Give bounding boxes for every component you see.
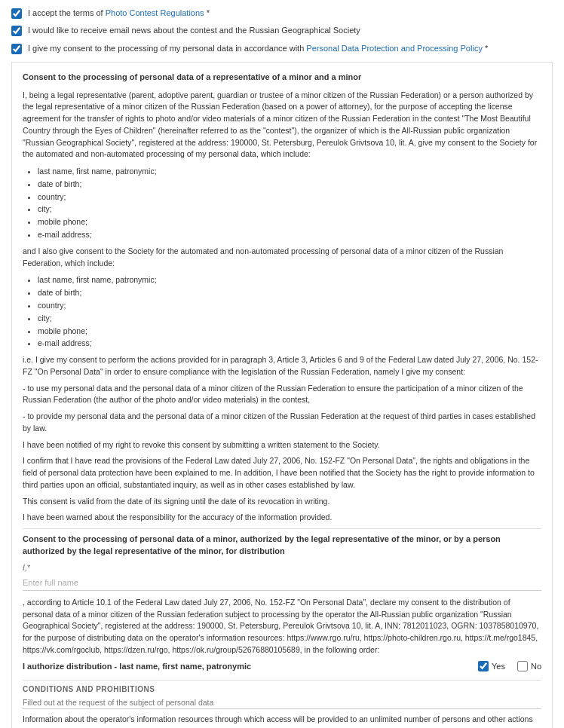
conditions-para1: Information about the operator's informa… — [23, 714, 541, 728]
list-item: date of birth; — [38, 286, 541, 299]
section2-title: Consent to the processing of personal da… — [23, 534, 541, 557]
consent-link[interactable]: Personal Data Protection and Processing … — [306, 44, 483, 53]
conditions-input[interactable] — [23, 696, 541, 709]
list-item: country; — [38, 191, 541, 203]
list-item: date of birth; — [38, 178, 541, 191]
list-item: city; — [38, 312, 541, 325]
list-item: city; — [38, 203, 541, 216]
fullname-input[interactable] — [23, 575, 541, 591]
section1-box: Consent to the processing of personal da… — [11, 62, 553, 728]
no-option: No — [517, 661, 541, 671]
section1-para4: I have been notified of my right to revo… — [23, 439, 541, 451]
consent-label: I give my consent to the processing of m… — [28, 43, 488, 54]
section1-para2: - to use my personal data and the person… — [23, 383, 541, 407]
divider — [23, 528, 541, 529]
list-item: last name, first name, patronymic; — [38, 165, 541, 178]
list-item: e-mail address; — [38, 337, 541, 350]
section1-para3: - to provide my personal data and the pe… — [23, 411, 541, 435]
consent-checkbox[interactable] — [11, 44, 22, 54]
section1-para7: I have been warned about the responsibil… — [23, 512, 541, 524]
section1-para5: I confirm that I have read the provision… — [23, 455, 541, 491]
list-item: last name, first name, patronymic; — [38, 274, 541, 286]
section1-intro: I, being a legal representative (parent,… — [23, 90, 541, 161]
section1-title: Consent to the processing of personal da… — [23, 72, 541, 83]
fullname-wrap — [23, 575, 541, 591]
authorize-label: I authorize distribution - last name, fi… — [23, 661, 466, 672]
section2-italic: I,* — [23, 563, 541, 572]
section1-list1: last name, first name, patronymic; date … — [38, 165, 541, 241]
section1-para6: This consent is valid from the date of i… — [23, 496, 541, 508]
no-checkbox[interactable] — [517, 661, 528, 671]
section1-and-text: and I also give consent to the Society f… — [23, 246, 541, 270]
list-item: mobile phone; — [38, 325, 541, 338]
consent-checkbox-row: I give my consent to the processing of m… — [11, 43, 553, 54]
no-label: No — [531, 662, 541, 671]
email-checkbox-row: I would like to receive email news about… — [11, 25, 553, 36]
list-item: country; — [38, 299, 541, 312]
divider2 — [23, 680, 541, 681]
terms-label: I accept the terms of Photo Contest Regu… — [28, 8, 210, 19]
terms-checkbox-row: I accept the terms of Photo Contest Regu… — [11, 8, 553, 19]
terms-link[interactable]: Photo Contest Regulations — [106, 8, 204, 17]
authorize-row: I authorize distribution - last name, fi… — [23, 661, 541, 672]
section1-para1: i.e. I give my consent to perform the ac… — [23, 354, 541, 378]
yes-label: Yes — [492, 662, 505, 671]
section2-body: , according to Article 10.1 of the Feder… — [23, 597, 541, 656]
list-item: mobile phone; — [38, 216, 541, 228]
yes-option: Yes — [478, 661, 505, 671]
conditions-header: CONDITIONS AND PROHIBITIONS — [23, 685, 541, 693]
list-item: e-mail address; — [38, 228, 541, 241]
section1-list2: last name, first name, patronymic; date … — [38, 274, 541, 350]
terms-checkbox[interactable] — [11, 8, 22, 19]
yes-checkbox[interactable] — [478, 661, 489, 671]
email-label: I would like to receive email news about… — [28, 25, 360, 36]
email-checkbox[interactable] — [11, 26, 22, 36]
